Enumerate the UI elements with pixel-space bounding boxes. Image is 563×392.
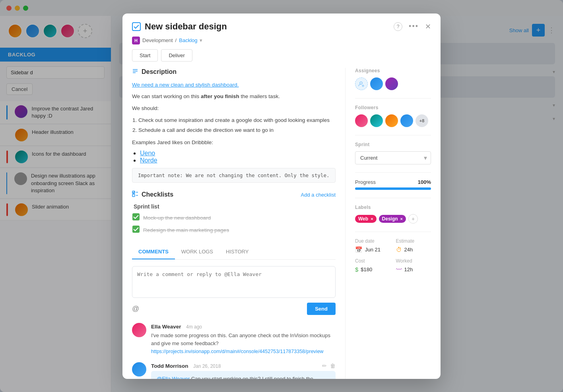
tab-history[interactable]: HISTORY — [219, 245, 255, 259]
check-done-icon — [132, 225, 140, 235]
modal-main: Description We need a new clean and styl… — [122, 68, 345, 379]
send-button[interactable]: Send — [307, 303, 336, 315]
remove-label-icon[interactable]: × — [400, 216, 403, 221]
assignees-row — [355, 77, 431, 90]
comment-header: Ella Weaver 4m ago — [151, 323, 336, 330]
start-button[interactable]: Start — [132, 49, 158, 62]
add-checklist-button[interactable]: Add a checklist — [301, 192, 336, 198]
worked-label: Worked — [396, 258, 431, 264]
tabs-section: COMMENTS WORK LOGS HISTORY — [132, 245, 336, 260]
add-label-button[interactable]: + — [408, 214, 418, 224]
comment-input[interactable] — [132, 266, 336, 298]
due-date-label: Due date — [355, 238, 390, 244]
list-item: Check out some inspiration and create a … — [138, 116, 336, 125]
follower-avatar — [370, 114, 383, 127]
desc-line2: We can start working on this after you f… — [132, 92, 336, 101]
at-icon[interactable]: @ — [132, 305, 139, 313]
followers-row: +8 — [355, 114, 431, 127]
checklist-section: Checklists Add a checklist Sprint list — [132, 191, 336, 235]
estimate-value: ⏱ 24h — [396, 246, 431, 253]
breadcrumb-tag: H — [132, 37, 140, 44]
code-block: Important note: We are not changing the … — [132, 168, 336, 183]
progress-row: Progress 100% — [355, 179, 431, 185]
desc-line1: We need a new clean and stylish dashboar… — [132, 81, 336, 89]
comment-toolbar: @ Send — [132, 303, 336, 315]
checklist-header: Checklists Add a checklist — [132, 191, 336, 199]
close-icon[interactable]: ✕ — [425, 22, 431, 31]
checklist-title-row: Checklists — [132, 191, 173, 199]
modal-header: New sidebar design ? ••• ✕ — [122, 14, 441, 37]
desc-list: Check out some inspiration and create a … — [138, 116, 336, 135]
comment-item: Todd Morrison Jan 26, 2018 ✏ 🗑 @Ella Wea… — [132, 362, 336, 378]
breadcrumb-project: Development — [142, 37, 173, 43]
svg-rect-8 — [132, 213, 140, 220]
progress-bar-fill — [355, 187, 431, 190]
modal-title-row: New sidebar design — [132, 21, 227, 32]
comment-header: Todd Morrison Jan 26, 2018 ✏ 🗑 — [151, 362, 336, 369]
modal-title: New sidebar design — [145, 21, 227, 32]
desc-link1[interactable]: We need a new clean and stylish dashboar… — [132, 82, 239, 88]
clock-icon: ⏱ — [396, 246, 402, 253]
svg-rect-6 — [132, 194, 135, 197]
sprint-section: Sprint Current — [355, 142, 431, 164]
edit-icon[interactable]: ✏ — [322, 363, 327, 369]
comment-item: Ella Weaver 4m ago I've made some progre… — [132, 323, 336, 354]
task-modal: New sidebar design ? ••• ✕ H Development… — [122, 14, 441, 379]
avatar — [132, 323, 146, 337]
divider — [355, 232, 431, 232]
due-date-section: Due date 📅 Jun 21 — [355, 238, 390, 253]
comment-text: @Ella Weaver Can you start working on th… — [157, 375, 330, 378]
divider — [355, 172, 431, 173]
follower-avatar — [385, 114, 398, 127]
remove-label-icon[interactable]: × — [371, 216, 373, 221]
description-title: Description — [142, 68, 177, 75]
sprint-select-wrap: Current — [355, 151, 431, 164]
followers-section: Followers +8 — [355, 105, 431, 127]
assignee-avatar — [385, 77, 398, 90]
delete-icon[interactable]: 🗑 — [330, 363, 336, 369]
breadcrumb-board[interactable]: Backlog — [179, 37, 197, 43]
description-icon — [132, 68, 138, 76]
help-icon[interactable]: ? — [394, 22, 402, 31]
tab-comments[interactable]: COMMENTS — [132, 245, 175, 259]
list-item: Schedule a call and decide the direction… — [138, 126, 336, 135]
comment-text: I've made some progress on this. Can any… — [151, 332, 336, 347]
labels-row: Web × Design × + — [355, 214, 431, 224]
sprint-label: Sprint — [355, 142, 431, 147]
cost-label: Cost — [355, 258, 390, 264]
ueno-link[interactable]: Ueno — [140, 150, 155, 156]
cost-section: Cost $ $180 — [355, 258, 390, 273]
label-design[interactable]: Design × — [379, 215, 406, 223]
more-followers[interactable]: +8 — [415, 114, 428, 127]
progress-value: 100% — [418, 179, 431, 185]
comment-author: Todd Morrison — [151, 363, 188, 369]
worked-value: 〰 12h — [396, 266, 431, 273]
meta-grid: Due date 📅 Jun 21 Estimate ⏱ 24h — [355, 238, 431, 253]
labels-label: Labels — [355, 205, 431, 210]
add-assignee-button[interactable] — [355, 77, 368, 90]
avatar — [132, 362, 146, 377]
progress-bar-bg — [355, 187, 431, 190]
comment-body: Todd Morrison Jan 26, 2018 ✏ 🗑 @Ella Wea… — [151, 362, 336, 378]
cost-value: $ $180 — [355, 266, 390, 273]
followers-label: Followers — [355, 105, 431, 110]
activity-icon: 〰 — [396, 266, 402, 273]
tab-worklogs[interactable]: WORK LOGS — [175, 245, 219, 259]
more-options-icon[interactable]: ••• — [409, 22, 419, 31]
norde-link[interactable]: Norde — [140, 157, 157, 164]
deliver-button[interactable]: Deliver — [161, 49, 192, 62]
checklist-title: Checklists — [142, 191, 173, 198]
label-web[interactable]: Web × — [355, 215, 377, 223]
check-done-icon — [132, 213, 140, 223]
assignees-label: Assignees — [355, 68, 431, 73]
assignees-section: Assignees — [355, 68, 431, 90]
sprint-select[interactable]: Current — [355, 151, 431, 164]
comment-body: Ella Weaver 4m ago I've made some progre… — [151, 323, 336, 354]
estimate-label: Estimate — [396, 238, 431, 244]
mention: @Ella Weaver — [157, 376, 190, 378]
divider — [355, 98, 431, 98]
comment-link[interactable]: https://projects.invisionapp.com/d/main#… — [151, 349, 336, 354]
comment-bubble: @Ella Weaver Can you start working on th… — [151, 371, 336, 378]
comment-author: Ella Weaver — [151, 324, 181, 330]
checklist-item: Mock-up the new dashboard — [132, 213, 336, 223]
